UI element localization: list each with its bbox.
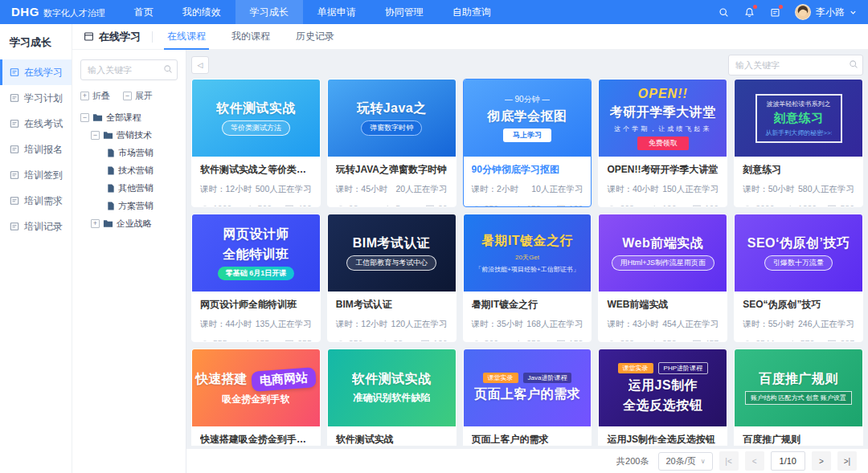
sidebar-item-label: 在线考试 (24, 117, 63, 131)
banner-text: 课堂实录Java进阶课程 (483, 373, 572, 383)
course-title[interactable]: 百度推广规则 (743, 433, 854, 446)
tab-item[interactable]: 历史记录 (293, 24, 338, 50)
course-banner: — 90分钟 —彻底学会抠图马上学习 (464, 80, 592, 157)
nav-menu-item[interactable]: 学习成长 (235, 0, 303, 24)
course-card[interactable]: 波波羊轻松读书系列之刻意练习从新手到大师的秘密>>>刻意练习课时：50小时580… (734, 79, 863, 207)
banner-text: 软件测试实战 (352, 371, 432, 388)
search-icon[interactable] (163, 64, 173, 74)
course-title[interactable]: 快速搭建吸金捞金到手软的电商... (200, 433, 312, 446)
banner-text: 用Html+JS制作流星雨页面 (612, 255, 714, 271)
course-card[interactable]: BIM考试认证工信部教育与考试中心BIM考试认证课时：12小时120人正在学习2… (327, 214, 457, 342)
collapse-node-icon[interactable]: − (80, 113, 89, 122)
tab-bar: 在线课程我的课程历史记录 (164, 24, 357, 50)
course-title[interactable]: 网页设计师全能特训班 (200, 298, 312, 312)
course-title[interactable]: WEB前端实战 (607, 298, 719, 312)
next-page-button[interactable]: > (812, 451, 831, 471)
course-card[interactable]: 网页设计师全能特训班零基础 6月1日开课网页设计师全能特训班课时：44小时135… (191, 214, 321, 342)
course-card[interactable]: 软件测试实战等价类测试方法软件测试实战之等价类测试方法课时：12小时500人正在… (191, 79, 321, 207)
search-icon[interactable] (718, 6, 729, 18)
course-title[interactable]: 暑期IT镀金之行 (472, 298, 583, 312)
stat: 98 (336, 204, 358, 207)
nav-menu-item[interactable]: 单据申请 (303, 0, 371, 24)
course-title[interactable]: 页面上客户的需求 (472, 433, 583, 446)
page-subheader: 在线学习 在线课程我的课程历史记录 (72, 24, 868, 50)
collapse-all-button[interactable]: + 折叠 (80, 90, 110, 102)
sidebar-item[interactable]: 培训记录 (0, 214, 72, 239)
course-stats: 256158120 (472, 204, 583, 207)
training-demand-icon (10, 196, 19, 206)
thumbs-up-icon (514, 339, 523, 342)
course-title[interactable]: 玩转JAVA之弹窗数字时钟 (336, 163, 448, 177)
course-card[interactable]: 暑期IT镀金之行20天Get「前沿技能+项目经验+工信部证书」暑期IT镀金之行课… (463, 214, 592, 342)
course-card[interactable]: 软件测试实战准确识别软件缺陷软件测试实战 (327, 349, 457, 446)
sidebar-item[interactable]: 培训签到 (0, 162, 72, 188)
sidebar-item[interactable]: 学习计划 (0, 85, 72, 111)
banner-text: 20天Get (515, 253, 539, 262)
prev-page-button[interactable]: < (745, 451, 764, 471)
course-meta: 课时：12小时120人正在学习 (336, 319, 448, 330)
course-card[interactable]: 快速搭建电商网站吸金捞金到手软快速搭建吸金捞金到手软的电商... (191, 349, 321, 446)
training-signup-icon (10, 145, 19, 154)
tree-node[interactable]: 其他营销 (80, 179, 178, 197)
views-count: 2544 (755, 339, 774, 342)
course-card[interactable]: SEO‘伪原创’技巧引爆数十万流量SEO“伪原创”技巧课时：55小时246人正在… (734, 214, 863, 342)
course-card[interactable]: OPEN!!考研开学季大讲堂这个学期，让成绩飞起来免费领取OPEN!!考研开学季… (598, 79, 727, 207)
tab-active[interactable]: 在线课程 (164, 24, 209, 50)
course-title[interactable]: BIM考试认证 (336, 298, 448, 312)
notification-bell-icon[interactable] (743, 6, 755, 18)
course-card[interactable]: 玩转Java之弹窗数字时钟玩转JAVA之弹窗数字时钟课时：45小时20人正在学习… (327, 79, 457, 207)
course-card[interactable]: 课堂实录Java进阶课程页面上客户的需求页面上客户的需求 (463, 349, 592, 446)
sidebar-item[interactable]: 培训报名 (0, 137, 72, 162)
tree-node[interactable]: +企业战略 (80, 214, 178, 232)
last-page-button[interactable]: >| (837, 451, 857, 471)
sidebar-item[interactable]: 在线学习 (0, 59, 72, 85)
stat: 155 (243, 339, 270, 342)
nav-menu-item[interactable]: 协同管理 (371, 0, 438, 24)
sidebar-item[interactable]: 培训需求 (0, 188, 72, 214)
tab-item[interactable]: 我的课程 (228, 24, 273, 50)
search-icon[interactable] (849, 59, 858, 69)
nav-menu-item[interactable]: 自助查询 (438, 0, 506, 24)
user-menu[interactable]: 李小路 (795, 4, 857, 20)
course-title[interactable]: 运用JS制作全选反选按钮 (607, 433, 719, 446)
course-title[interactable]: OPEN!!考研开学季大讲堂 (607, 163, 719, 177)
module-icon (84, 31, 94, 42)
course-title[interactable]: SEO“伪原创”技巧 (743, 298, 854, 312)
sidebar-item[interactable]: 在线考试 (0, 111, 72, 137)
course-card[interactable]: Web前端实战用Html+JS制作流星雨页面WEB前端实战课时：43小时454人… (598, 214, 727, 342)
comment-icon (556, 204, 566, 207)
course-learners: 150人正在学习 (662, 184, 719, 195)
logo-suffix: 数字化人才治理 (43, 7, 105, 19)
tree-node[interactable]: 方案营销 (80, 197, 178, 214)
tree-node[interactable]: −全部课程 (80, 108, 178, 126)
tree-node[interactable]: −营销技术 (80, 126, 178, 144)
expand-all-button[interactable]: − 展开 (123, 90, 153, 102)
course-title[interactable]: 刻意练习 (743, 163, 854, 177)
study-plan-icon (10, 93, 19, 103)
page-size-select[interactable]: 20条/页 ∨ (658, 452, 712, 471)
stat: 1000 (200, 204, 231, 207)
course-search-input[interactable] (728, 55, 863, 75)
course-title[interactable]: 软件测试实战 (336, 433, 448, 446)
panel-collapse-button[interactable]: ◁ (191, 56, 209, 74)
course-card[interactable]: — 90分钟 —彻底学会抠图马上学习90分钟彻底学习抠图课时：2小时10人正在学… (463, 79, 592, 207)
tree-node[interactable]: 市场营销 (80, 144, 178, 161)
tree-node[interactable]: 技术营销 (80, 161, 178, 179)
collapse-node-icon[interactable]: − (91, 131, 100, 140)
nav-menu-item[interactable]: 我的绩效 (168, 0, 235, 24)
course-title[interactable]: 软件测试实战之等价类测试方法 (200, 163, 312, 177)
comment-icon (827, 339, 837, 342)
course-card[interactable]: 课堂实录PHP进阶课程运用JS制作全选反选按钮运用JS制作全选反选按钮 (598, 349, 727, 446)
banner-text: 免费领取 (637, 137, 689, 150)
top-navbar: DHG 数字化人才治理 首页我的绩效学习成长单据申请协同管理自助查询 李小路 (0, 0, 868, 24)
user-name: 李小路 (816, 6, 845, 19)
nav-menu-item[interactable]: 首页 (120, 0, 168, 24)
course-card[interactable]: 百度推广规则账户结构 匹配方式 创意 账户设置百度推广规则 (734, 349, 863, 446)
todo-list-icon[interactable] (769, 6, 780, 18)
comments-count: 158 (569, 339, 583, 342)
expand-node-icon[interactable]: + (91, 219, 100, 228)
document-icon (107, 149, 115, 157)
course-title[interactable]: 90分钟彻底学习抠图 (472, 163, 583, 177)
banner-text: — 90分钟 — (505, 94, 551, 105)
first-page-button[interactable]: |< (719, 451, 739, 471)
